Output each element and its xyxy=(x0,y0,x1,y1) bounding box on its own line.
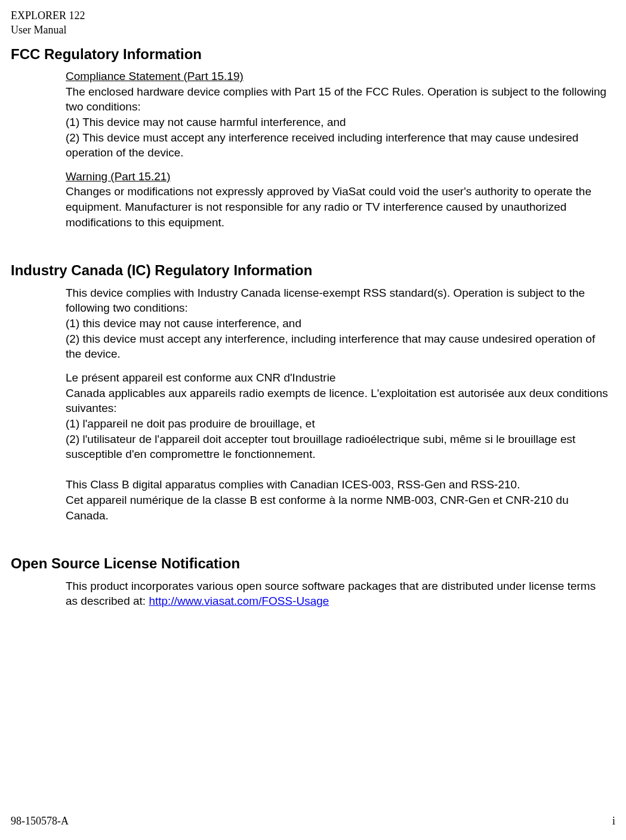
ic-fr-line3: (1) l'appareil ne doit pas produire de b… xyxy=(66,417,315,430)
header-doc-type: User Manual xyxy=(11,23,615,37)
section-ic-title: Industry Canada (IC) Regulatory Informat… xyxy=(11,261,615,280)
foss-usage-link[interactable]: http://www.viasat.com/FOSS-Usage xyxy=(149,595,329,607)
fcc-warning-block: Warning (Part 15.21) Changes or modifica… xyxy=(66,169,609,230)
fcc-compliance-line1: The enclosed hardware device complies wi… xyxy=(66,85,606,113)
section-opensource-title: Open Source License Notification xyxy=(11,554,615,573)
fcc-compliance-block: Compliance Statement (Part 15.19) The en… xyxy=(66,69,609,161)
opensource-block: This product incorporates various open s… xyxy=(66,579,609,609)
footer-page-number: i xyxy=(612,814,615,828)
ic-fr-line2: Canada applicables aux appareils radio e… xyxy=(66,387,608,415)
fcc-warning-heading: Warning (Part 15.21) xyxy=(66,170,171,183)
ic-french-block: Le présent appareil est conforme aux CNR… xyxy=(66,370,609,523)
footer-doc-number: 98-150578-A xyxy=(11,814,69,828)
ic-english-block: This device complies with Industry Canad… xyxy=(66,285,609,362)
ic-classb-fr: Cet appareil numérique de la classe B es… xyxy=(66,494,569,522)
opensource-text: This product incorporates various open s… xyxy=(66,580,596,608)
page-footer: 98-150578-A i xyxy=(11,814,615,828)
section-fcc-title: FCC Regulatory Information xyxy=(11,45,615,64)
ic-en-line1: This device complies with Industry Canad… xyxy=(66,287,585,315)
ic-classb-en: This Class B digital apparatus complies … xyxy=(66,478,520,491)
ic-fr-line1: Le présent appareil est conforme aux CNR… xyxy=(66,371,335,384)
fcc-compliance-line2: (1) This device may not cause harmful in… xyxy=(66,116,346,128)
ic-fr-line4: (2) l'utilisateur de l'appareil doit acc… xyxy=(66,433,575,461)
ic-en-line3: (2) this device must accept any interfer… xyxy=(66,333,595,361)
header-product: EXPLORER 122 xyxy=(11,8,615,23)
fcc-warning-line1: Changes or modifications not expressly a… xyxy=(66,185,591,228)
ic-en-line2: (1) this device may not cause interferen… xyxy=(66,317,301,330)
fcc-compliance-line3: (2) This device must accept any interfer… xyxy=(66,131,578,159)
fcc-compliance-heading: Compliance Statement (Part 15.19) xyxy=(66,70,243,82)
